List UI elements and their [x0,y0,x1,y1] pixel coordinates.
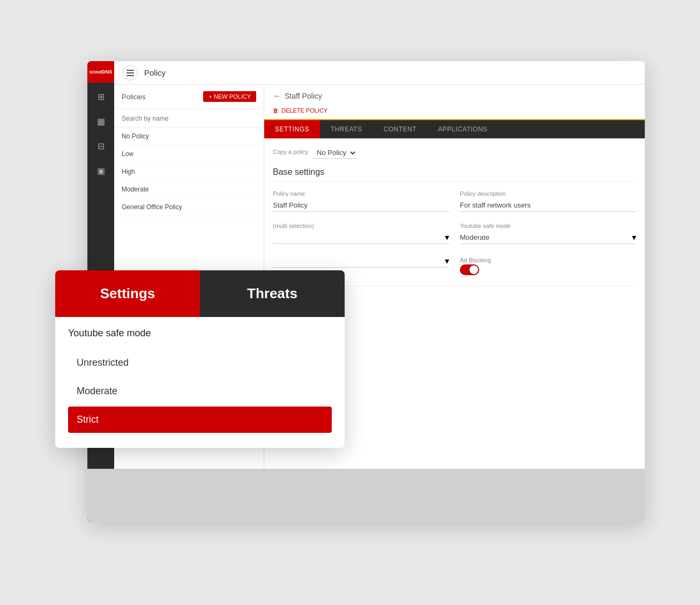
search-input[interactable] [122,115,256,122]
policy-desc-label: Policy description [460,190,636,197]
form-row-networks: (multi selection) ▾ Youtube safe mode [273,223,636,244]
ad-blocking-field: Ad Blocking [460,255,636,275]
sidebar-logo: scout DNS [87,61,114,83]
dropdown-tab-settings[interactable]: Settings [55,270,200,317]
copy-policy-label: Copy a policy [273,149,308,155]
policies-title: Policies [122,93,146,101]
empty-select[interactable] [273,255,445,267]
ad-blocking-label: Ad Blocking [460,257,491,263]
chevron-down-icon-3: ▾ [445,256,449,266]
logo-text-bottom: DNS [102,69,113,75]
bottom-gray-panel [87,469,645,522]
dropdown-tab-threats[interactable]: Threats [200,270,345,317]
copy-policy-select[interactable]: No Policy [312,147,357,159]
dashboard-icon[interactable]: ⊞ [90,86,111,107]
analytics-icon[interactable]: ▦ [90,110,111,132]
dropdown-section-title: Youtube safe mode [68,328,332,339]
ad-blocking-toggle[interactable] [460,264,479,275]
ad-blocking-toggle-row [460,264,636,275]
detail-tabs: SETTINGS THREATS CONTENT APPLICATIONS [264,120,645,138]
svg-rect-0 [126,70,134,71]
youtube-label: Youtube safe mode [460,223,636,229]
list-item[interactable]: Moderate [114,181,264,198]
menu-button[interactable] [123,65,138,80]
chevron-down-icon-2: ▾ [632,232,636,242]
copy-policy-row: Copy a policy No Policy [273,147,636,159]
form-grid: Policy name Policy description [273,190,636,212]
policy-desc-field: Policy description [460,190,636,212]
tab-content[interactable]: CONTENT [373,120,428,138]
youtube-select-wrapper: Moderate ▾ [460,231,636,244]
detail-header: ← Staff Policy 🗑 DELETE POLICY [264,85,645,120]
staff-policy-title: Staff Policy [285,92,322,100]
back-nav: ← Staff Policy [273,91,636,101]
networks-select[interactable] [273,231,445,244]
logo-text-top: scout [89,69,102,75]
policy-name-label: Policy name [273,190,449,197]
option-strict[interactable]: Strict [68,407,332,433]
chevron-down-icon: ▾ [445,232,449,242]
dropdown-body: Youtube safe mode Unrestricted Moderate … [55,317,345,448]
tab-threats[interactable]: THREATS [320,120,373,138]
base-settings-title: Base settings [273,167,636,182]
empty-select-wrapper: ▾ [273,255,449,268]
dropdown-tabs: Settings Threats [55,270,345,317]
option-moderate[interactable]: Moderate [68,378,332,404]
svg-rect-1 [126,72,134,73]
networks-select-wrapper: ▾ [273,231,449,244]
list-item[interactable]: No Policy [114,128,264,145]
policy-name-field: Policy name [273,190,449,212]
networks-field: (multi selection) ▾ [273,223,449,244]
page-title: Policy [144,68,166,77]
list-item[interactable]: High [114,163,264,181]
youtube-select[interactable]: Moderate [460,231,632,244]
youtube-dropdown-overlay: Settings Threats Youtube safe mode Unres… [55,270,345,448]
policy-name-input[interactable] [273,199,449,212]
list-item[interactable]: General Office Policy [114,198,264,216]
delete-policy-button[interactable]: 🗑 DELETE POLICY [273,107,327,114]
delete-label: DELETE POLICY [281,107,327,114]
trash-icon: 🗑 [273,107,279,114]
youtube-field: Youtube safe mode Moderate ▾ [460,223,636,244]
policy-desc-input[interactable] [460,199,636,212]
tab-settings[interactable]: SETTINGS [264,120,320,138]
svg-rect-2 [126,75,134,76]
networks-label: (multi selection) [273,223,449,229]
new-policy-button[interactable]: + NEW POLICY [203,91,256,102]
policies-header: Policies + NEW POLICY [114,85,264,109]
back-arrow-icon[interactable]: ← [273,91,281,101]
organization-icon[interactable]: ⊟ [90,135,111,157]
list-item[interactable]: Low [114,145,264,163]
top-header: Policy [114,61,645,85]
tab-applications[interactable]: APPLICATIONS [427,120,498,138]
devices-icon[interactable]: ▣ [90,160,111,181]
search-box [114,109,264,128]
option-unrestricted[interactable]: Unrestricted [68,350,332,376]
